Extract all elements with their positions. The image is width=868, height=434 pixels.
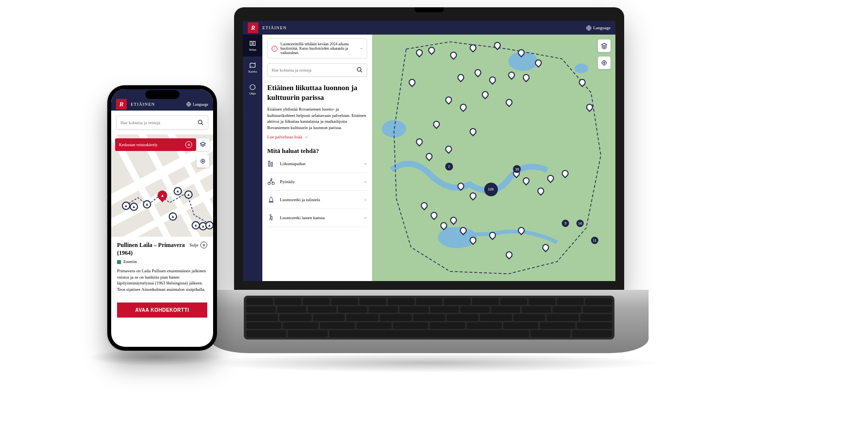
- map-terrain: [372, 35, 615, 281]
- map-cluster[interactable]: 5: [562, 220, 569, 227]
- layers-icon: [601, 42, 608, 49]
- svg-rect-4: [271, 163, 273, 167]
- subheading: Mitä haluat tehdä?: [267, 147, 367, 155]
- playground-icon: [267, 160, 275, 168]
- svg-point-15: [604, 62, 605, 63]
- map-cluster[interactable]: 11: [591, 237, 598, 244]
- laptop-bezel: R ETIÄINEN Language Selaa Kartta: [234, 7, 624, 290]
- campfire-icon: [267, 196, 275, 204]
- brand-logo[interactable]: R: [116, 99, 127, 110]
- arrow-right-icon: →: [363, 179, 367, 184]
- phone-notch: [145, 90, 179, 99]
- map-pin[interactable]: ▲: [184, 190, 193, 199]
- hiking-icon: [267, 214, 275, 222]
- search-box[interactable]: [267, 63, 367, 76]
- svg-point-12: [574, 64, 588, 74]
- close-label: Sulje: [189, 243, 198, 247]
- category-sports[interactable]: Liikuntapaikat →: [267, 155, 367, 173]
- laptop-mockup: R ETIÄINEN Language Selaa Kartta: [210, 7, 649, 358]
- map-view[interactable]: 7 38 126 5 16 11: [372, 35, 615, 281]
- language-switcher[interactable]: Language: [586, 25, 611, 31]
- poi-description: Primavera on Laila Pullisen ensimmäinen …: [117, 268, 207, 292]
- svg-point-17: [198, 120, 202, 124]
- open-card-button[interactable]: AVAA KOHDEKORTTI: [117, 302, 207, 318]
- close-icon: ✕: [200, 242, 207, 248]
- map-cluster[interactable]: 7: [445, 163, 453, 170]
- globe-icon: [586, 25, 592, 31]
- book-icon: [249, 40, 256, 47]
- keyboard: [244, 296, 614, 340]
- language-label: Language: [593, 25, 611, 30]
- search-input[interactable]: [120, 120, 197, 125]
- map-pin[interactable]: ▲: [130, 203, 138, 211]
- phone-mockup: R ETIÄINEN Language: [107, 85, 217, 351]
- language-switcher[interactable]: Language: [186, 102, 208, 107]
- category-nature[interactable]: Luontoretki ja tulistelu →: [267, 191, 367, 209]
- poi-card: Pullinen Laila – Primavera (1964) Sulje …: [111, 237, 213, 298]
- read-more-label: Lue palvelusta lisää: [267, 134, 302, 139]
- route-chip[interactable]: Keskustan veistoskävely ✕: [115, 138, 196, 151]
- svg-point-19: [202, 161, 203, 162]
- category-label: Liikuntapaikat: [280, 161, 305, 166]
- phone-screen: R ETIÄINEN Language: [111, 89, 213, 347]
- laptop-base: [210, 290, 649, 353]
- poi-title: Pullinen Laila – Primavera (1964): [117, 242, 189, 257]
- arrow-right-icon: →: [363, 197, 367, 202]
- nav-help[interactable]: Ohje: [243, 78, 262, 100]
- search-bar: [111, 111, 213, 134]
- nav-help-label: Ohje: [249, 92, 256, 95]
- laptop-camera-notch: [414, 7, 444, 12]
- nav-map[interactable]: Kartta: [243, 57, 262, 78]
- crosshair-icon: [601, 59, 608, 66]
- category-label: Luontoretki lasten kanssa: [280, 215, 325, 220]
- layers-button[interactable]: [197, 138, 209, 151]
- content-panel: ! Luontoreiteillä tehdään kevään 2024 ai…: [262, 35, 372, 281]
- route-chip-label: Keskustan veistoskävely: [119, 143, 158, 147]
- search-input[interactable]: [272, 68, 356, 73]
- help-icon: [249, 84, 256, 91]
- map-pin[interactable]: ▲: [205, 221, 213, 229]
- search-icon: [356, 67, 363, 73]
- page-heading: Etiäinen liikuttaa luonnon ja kulttuurin…: [267, 83, 367, 102]
- alert-icon: !: [272, 46, 277, 52]
- laptop-screen: R ETIÄINEN Language Selaa Kartta: [243, 21, 615, 281]
- search-icon: [197, 119, 204, 126]
- tag-label: Esteetön: [123, 260, 137, 264]
- locate-button[interactable]: [197, 155, 209, 168]
- phone-shadow: [88, 349, 224, 366]
- category-kids[interactable]: Luontoretki lasten kanssa →: [267, 209, 367, 227]
- close-button[interactable]: Sulje ✕: [189, 242, 207, 248]
- map-cluster[interactable]: 126: [484, 183, 498, 196]
- map-pin[interactable]: ▲: [174, 187, 182, 195]
- category-label: Luontoretki ja tulistelu: [280, 197, 320, 202]
- close-icon[interactable]: ✕: [185, 141, 192, 148]
- svg-point-10: [382, 120, 406, 138]
- sidebar-nav: Selaa Kartta Ohje: [243, 35, 262, 281]
- map-pin[interactable]: ▲: [122, 202, 130, 210]
- svg-point-7: [271, 179, 272, 180]
- read-more-link[interactable]: Lue palvelusta lisää →: [267, 134, 367, 139]
- svg-point-2: [357, 68, 361, 72]
- map-pin[interactable]: ▲: [169, 212, 177, 221]
- language-label: Language: [193, 102, 208, 107]
- layers-icon: [199, 141, 206, 148]
- nav-map-label: Kartta: [248, 70, 257, 74]
- map-cluster[interactable]: 16: [576, 220, 584, 227]
- crosshair-icon: [199, 158, 206, 165]
- nav-browse[interactable]: Selaa: [243, 35, 262, 57]
- locate-button[interactable]: [598, 57, 611, 69]
- category-cycling[interactable]: Pyöräily →: [267, 173, 367, 191]
- svg-point-8: [270, 215, 271, 216]
- arrow-right-icon: →: [363, 161, 367, 166]
- layers-button[interactable]: [598, 39, 611, 52]
- category-label: Pyöräily: [280, 179, 295, 184]
- brand-logo[interactable]: R: [248, 22, 258, 33]
- map-pin[interactable]: ▲: [143, 200, 151, 208]
- intro-text: Etiäinen yhdistää Rovaniemen luonto- ja …: [267, 106, 367, 131]
- bicycle-icon: [267, 178, 275, 186]
- notice-banner[interactable]: ! Luontoreiteillä tehdään kevään 2024 ai…: [267, 38, 367, 58]
- map-view[interactable]: Keskustan veistoskävely ✕ ▲ ▲ ▲ ▲ ▲ ▲ ▲ …: [111, 134, 213, 237]
- map-icon: [249, 62, 256, 69]
- search-box[interactable]: [116, 115, 208, 130]
- notice-text: Luontoreiteillä tehdään kevään 2024 aika…: [280, 42, 356, 55]
